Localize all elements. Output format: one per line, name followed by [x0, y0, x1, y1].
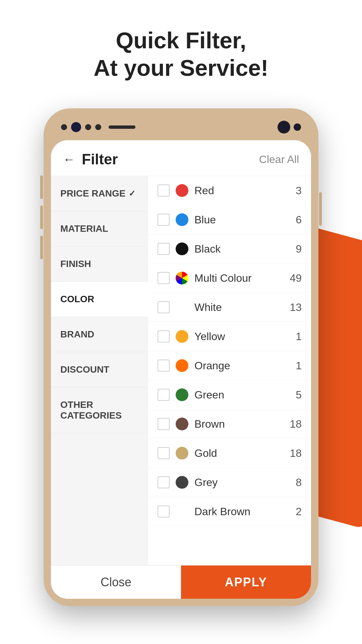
sidebar-label-discount: DISCOUNT: [60, 364, 109, 375]
checkbox-dark-brown[interactable]: [158, 505, 170, 518]
color-dot-grey: [176, 476, 188, 489]
color-count-brown: 18: [288, 418, 302, 430]
color-name-white: White: [194, 301, 282, 314]
color-name-orange: Orange: [194, 360, 282, 372]
sidebar-label-brand: BRAND: [60, 329, 94, 340]
color-name-yellow: Yellow: [194, 330, 282, 343]
color-count-black: 9: [288, 243, 302, 255]
color-dot-black: [176, 243, 188, 255]
color-count-dark-brown: 2: [288, 505, 302, 518]
color-name-brown: Brown: [194, 418, 282, 430]
price-range-check-icon: ✓: [129, 189, 135, 198]
sidebar-label-color: COLOR: [60, 294, 94, 305]
cam-dot-2: [85, 124, 91, 130]
color-dot-gold: [176, 447, 188, 460]
phone-speaker: [109, 125, 135, 129]
checkbox-blue[interactable]: [158, 214, 170, 226]
color-count-grey: 8: [288, 476, 302, 489]
color-name-black: Black: [194, 243, 282, 255]
checkbox-grey[interactable]: [158, 476, 170, 488]
sidebar-label-other-categories: OTHER CATEGORIES: [60, 399, 139, 421]
color-item-gold[interactable]: Gold 18: [148, 439, 311, 468]
checkbox-brown[interactable]: [158, 418, 170, 430]
checkbox-yellow[interactable]: [158, 330, 170, 342]
color-count-orange: 1: [288, 360, 302, 372]
color-dot-multi-colour: [176, 272, 188, 284]
color-item-brown[interactable]: Brown 18: [148, 410, 311, 439]
filter-header-left: ← Filter: [63, 151, 118, 168]
color-dot-white: [176, 301, 188, 314]
color-dot-blue: [176, 213, 188, 226]
filter-header: ← Filter Clear All: [51, 140, 311, 176]
phone-top-bar: [51, 118, 311, 136]
sidebar-item-material[interactable]: MATERIAL: [51, 211, 148, 247]
color-name-grey: Grey: [194, 476, 282, 489]
color-item-orange[interactable]: Orange 1: [148, 351, 311, 380]
color-dot-green: [176, 388, 188, 401]
color-item-grey[interactable]: Grey 8: [148, 468, 311, 497]
sidebar-label-material: MATERIAL: [60, 223, 108, 234]
checkbox-green[interactable]: [158, 389, 170, 401]
cam-dot-1: [61, 124, 67, 130]
color-dot-orange: [176, 359, 188, 372]
color-count-yellow: 1: [288, 330, 302, 343]
checkbox-orange[interactable]: [158, 360, 170, 372]
cam-front-lens: [71, 122, 81, 132]
color-count-white: 13: [288, 301, 302, 314]
filter-title: Filter: [82, 151, 118, 168]
color-dot-brown: [176, 418, 188, 430]
apply-button[interactable]: APPLY: [181, 566, 311, 599]
color-item-blue[interactable]: Blue 6: [148, 205, 311, 234]
color-item-green[interactable]: Green 5: [148, 380, 311, 410]
color-item-black[interactable]: Black 9: [148, 234, 311, 264]
color-count-green: 5: [288, 389, 302, 401]
color-dot-red: [176, 184, 188, 197]
sidebar-item-other-categories[interactable]: OTHER CATEGORIES: [51, 387, 148, 433]
filter-bottom-bar: Close APPLY: [51, 565, 311, 599]
color-name-multi-colour: Multi Colour: [194, 272, 282, 284]
sidebar-item-discount[interactable]: DISCOUNT: [51, 352, 148, 387]
phone-side-button-right: [319, 192, 322, 226]
color-name-red: Red: [194, 184, 282, 197]
color-count-blue: 6: [288, 214, 302, 226]
color-item-red[interactable]: Red 3: [148, 176, 311, 205]
clear-all-button[interactable]: Clear All: [259, 153, 299, 166]
color-item-yellow[interactable]: Yellow 1: [148, 322, 311, 351]
color-item-white[interactable]: White 13: [148, 293, 311, 322]
color-count-red: 3: [288, 184, 302, 197]
color-count-multi-colour: 49: [288, 272, 302, 284]
checkbox-red[interactable]: [158, 184, 170, 197]
front-cameras: [61, 122, 139, 132]
phone-frame: ← Filter Clear All PRICE RANGE ✓ MATERIA…: [44, 108, 318, 606]
hero-title: Quick Filter, At your Service!: [73, 27, 289, 82]
color-item-multi-colour[interactable]: Multi Colour 49: [148, 264, 311, 293]
color-count-gold: 18: [288, 447, 302, 460]
cam-main-lens: [278, 121, 290, 133]
close-button[interactable]: Close: [51, 566, 181, 599]
color-name-dark-brown: Dark Brown: [194, 505, 282, 518]
color-options-list: Red 3 Blue 6 Black 9: [148, 176, 311, 565]
color-name-gold: Gold: [194, 447, 282, 460]
sidebar-label-finish: FINISH: [60, 259, 91, 269]
sidebar-item-color[interactable]: COLOR: [51, 282, 148, 317]
color-name-green: Green: [194, 389, 282, 401]
checkbox-black[interactable]: [158, 243, 170, 255]
sidebar-label-price-range: PRICE RANGE: [60, 188, 125, 199]
checkbox-white[interactable]: [158, 301, 170, 313]
color-dot-dark-brown: [176, 505, 188, 518]
checkbox-multi-colour[interactable]: [158, 272, 170, 284]
color-name-blue: Blue: [194, 214, 282, 226]
phone-side-buttons-left: [40, 175, 43, 259]
checkbox-gold[interactable]: [158, 447, 170, 459]
filter-sidebar: PRICE RANGE ✓ MATERIAL FINISH COLOR BRAN…: [51, 176, 148, 565]
sidebar-item-finish[interactable]: FINISH: [51, 247, 148, 282]
rear-cameras: [278, 121, 301, 133]
phone-screen: ← Filter Clear All PRICE RANGE ✓ MATERIA…: [51, 140, 311, 599]
back-button[interactable]: ←: [63, 152, 75, 166]
cam-small-lens: [294, 123, 301, 131]
sidebar-item-price-range[interactable]: PRICE RANGE ✓: [51, 176, 148, 211]
color-item-dark-brown[interactable]: Dark Brown 2: [148, 497, 311, 526]
sidebar-item-brand[interactable]: BRAND: [51, 317, 148, 352]
cam-dot-3: [95, 124, 101, 130]
filter-body: PRICE RANGE ✓ MATERIAL FINISH COLOR BRAN…: [51, 176, 311, 565]
